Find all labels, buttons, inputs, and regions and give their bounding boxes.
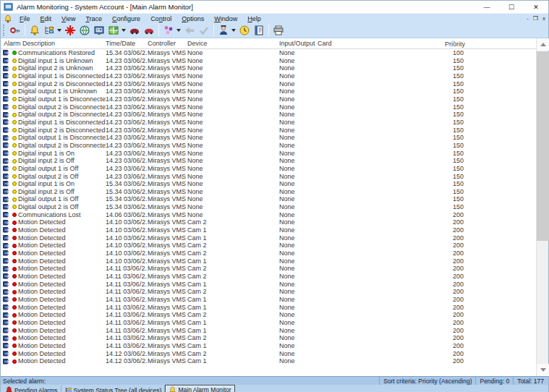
alarm-row[interactable]: Motion Detected14.12 03/06/2..Mirasys VM… — [1, 357, 536, 365]
time-date-cell: 14.23 03/06/2.. — [106, 157, 148, 165]
chevron-down-icon[interactable] — [122, 29, 126, 32]
view-tab-bar: Pending AlarmsSystem Status Tree (all de… — [1, 385, 548, 392]
menu-options[interactable]: Options — [176, 15, 209, 22]
menu-configure[interactable]: Configure — [107, 15, 145, 22]
alarm-row[interactable]: Motion Detected14.11 03/06/2..Mirasys VM… — [1, 311, 536, 319]
vertical-scrollbar[interactable] — [536, 38, 548, 376]
alarm-row[interactable]: Digital output 2 is Disconnected14.23 03… — [1, 103, 536, 111]
alarm-row[interactable]: Motion Detected14.11 03/06/2..Mirasys VM… — [1, 296, 536, 304]
controller-cell: Mirasys VMS — [148, 72, 187, 80]
alarm-row[interactable]: Motion Detected14.11 03/06/2..Mirasys VM… — [1, 304, 536, 312]
alarm-row[interactable]: Digital output 1 is Unknown14.23 03/06/2… — [1, 88, 536, 95]
alarm-row[interactable]: Digital output 2 is Off15.34 03/06/2..Mi… — [1, 203, 536, 211]
alarm-row[interactable]: Motion Detected14.10 03/06/2..Mirasys VM… — [1, 242, 536, 250]
chevron-down-icon[interactable] — [176, 29, 181, 32]
alarm-row[interactable]: Digital input 2 is Unknown14.23 03/06/2.… — [1, 64, 536, 72]
column-header-priority[interactable]: ^ Priority — [435, 38, 465, 48]
alarm-row[interactable]: Digital output 1 is Disconnected14.23 03… — [1, 95, 536, 103]
chevron-down-icon[interactable] — [231, 29, 236, 32]
column-header-time-date[interactable]: Time/Date — [106, 38, 148, 48]
alarm-row[interactable]: Communications Restored15.34 03/06/2..Mi… — [1, 49, 536, 57]
alarm-row[interactable]: Motion Detected14.10 03/06/2..Mirasys VM… — [1, 234, 536, 242]
alarm-row[interactable]: Digital input 1 is Unknown14.23 03/06/2.… — [1, 57, 536, 65]
replay-car-button[interactable] — [142, 24, 156, 37]
menu-file[interactable]: File — [14, 15, 35, 22]
alarm-row[interactable]: Motion Detected14.11 03/06/2..Mirasys VM… — [1, 319, 536, 327]
alarm-row[interactable]: Motion Detected14.10 03/06/2..Mirasys VM… — [1, 257, 536, 265]
alarm-row[interactable]: Digital input 2 is Off15.34 03/06/2..Mir… — [1, 188, 536, 196]
controller-cell: Mirasys VMS — [148, 64, 187, 72]
alarm-row[interactable]: Digital output 2 is Off14.23 03/06/2..Mi… — [1, 173, 536, 181]
column-header-device[interactable]: Device — [187, 38, 279, 48]
menu-help[interactable]: Help — [242, 15, 266, 22]
minimize-icon[interactable]: — — [474, 1, 499, 13]
menu-edit[interactable]: Edit — [35, 15, 57, 22]
alarm-row[interactable]: Digital output 1 is Off15.34 03/06/2..Mi… — [1, 195, 536, 203]
trace-car-button[interactable] — [127, 24, 142, 37]
tab-system-status-tree-all-devices-[interactable]: System Status Tree (all devices) — [61, 385, 166, 392]
new-alarm-icon — [3, 227, 10, 233]
scrollbar-thumb[interactable] — [537, 51, 549, 241]
alarm-row[interactable]: Digital output 1 is Disconnected14.23 03… — [1, 134, 536, 142]
alarm-row[interactable]: Digital input 2 is Disconnected14.23 03/… — [1, 127, 536, 135]
device-tree-button[interactable] — [42, 24, 63, 37]
key-button[interactable] — [8, 24, 22, 37]
status-dots-button[interactable] — [161, 24, 182, 37]
alarm-row[interactable]: Motion Detected14.12 03/06/2..Mirasys VM… — [1, 350, 536, 358]
time-date-cell: 14.10 03/06/2.. — [106, 226, 148, 234]
alarm-row[interactable]: Motion Detected14.10 03/06/2..Mirasys VM… — [1, 250, 536, 257]
report-button[interactable] — [252, 24, 266, 37]
alarm-row[interactable]: Digital input 1 is On14.23 03/06/2..Mira… — [1, 150, 536, 158]
alarm-row[interactable]: Digital output 1 is Off14.23 03/06/2..Mi… — [1, 165, 536, 173]
column-header-input-output[interactable]: Input/Output — [279, 38, 318, 48]
time-date-cell: 14.23 03/06/2.. — [106, 88, 148, 95]
alarm-row[interactable]: Digital input 2 is Disconnected14.23 03/… — [1, 80, 536, 88]
video-monitor-button[interactable] — [92, 24, 106, 37]
column-header-card[interactable]: Card — [318, 38, 435, 48]
clock-button[interactable] — [237, 24, 252, 37]
printer-button[interactable] — [271, 24, 286, 37]
alarm-row[interactable]: Digital input 2 is Off14.23 03/06/2..Mir… — [1, 157, 536, 165]
maximize-icon[interactable]: ☐ — [499, 1, 524, 13]
alarm-row-lead — [1, 111, 18, 119]
alarm-row[interactable]: Communications Lost14.06 03/06/2..Mirasy… — [1, 211, 536, 219]
alarm-burst-button[interactable] — [63, 24, 77, 37]
alarm-row[interactable]: Motion Detected14.11 03/06/2..Mirasys VM… — [1, 327, 536, 335]
alarm-description-cell: Motion Detected — [18, 350, 106, 358]
tab-main-alarm-monitor[interactable]: Main Alarm Monitor — [165, 385, 234, 392]
alarm-row[interactable]: Digital output 2 is Disconnected14.23 03… — [1, 111, 536, 119]
alarm-row[interactable]: Digital input 1 is Disconnected14.23 03/… — [1, 119, 536, 127]
alarm-row[interactable]: Digital output 2 is Disconnected14.23 03… — [1, 142, 536, 150]
alarm-row-lead — [1, 119, 18, 127]
menu-trace[interactable]: Trace — [80, 15, 107, 22]
chevron-down-icon[interactable] — [57, 29, 61, 32]
mdi-close-icon[interactable]: x — [542, 14, 545, 23]
alarm-row[interactable]: Digital input 1 is On15.34 03/06/2..Mira… — [1, 180, 536, 188]
card-cell — [318, 226, 435, 234]
column-header-controller[interactable]: Controller — [148, 38, 187, 48]
menu-window[interactable]: Window — [209, 15, 242, 22]
alarm-row[interactable]: Motion Detected14.11 03/06/2..Mirasys VM… — [1, 288, 536, 296]
alarm-row[interactable]: Motion Detected14.11 03/06/2..Mirasys VM… — [1, 281, 536, 289]
world-clock-button[interactable] — [77, 24, 92, 37]
mdi-minimize-icon[interactable]: - — [527, 14, 529, 23]
toolbar-drag-handle[interactable] — [3, 25, 6, 36]
alarm-row[interactable]: Motion Detected14.10 03/06/2..Mirasys VM… — [1, 226, 536, 234]
tab-pending-alarms[interactable]: Pending Alarms — [2, 385, 61, 392]
scroll-up-icon[interactable] — [537, 38, 549, 51]
alarm-bell-button[interactable] — [27, 24, 42, 37]
alarm-row[interactable]: Motion Detected14.11 03/06/2..Mirasys VM… — [1, 273, 536, 281]
alarm-row[interactable]: Motion Detected14.10 03/06/2..Mirasys VM… — [1, 218, 536, 226]
alarm-row[interactable]: Digital input 1 is Disconnected14.23 03/… — [1, 72, 536, 80]
alarm-row[interactable]: Motion Detected14.11 03/06/2..Mirasys VM… — [1, 265, 536, 273]
scroll-down-icon[interactable] — [537, 364, 549, 376]
guard-button[interactable] — [216, 24, 237, 37]
map-button[interactable] — [106, 24, 127, 37]
column-header-alarm-description[interactable]: Alarm Description — [1, 38, 106, 48]
close-icon[interactable]: ✕ — [524, 1, 548, 13]
mdi-restore-icon[interactable]: ❒ — [533, 14, 538, 23]
menu-view[interactable]: View — [56, 15, 80, 22]
alarm-row[interactable]: Motion Detected14.11 03/06/2..Mirasys VM… — [1, 342, 536, 350]
alarm-row[interactable]: Motion Detected14.11 03/06/2..Mirasys VM… — [1, 334, 536, 342]
menu-control[interactable]: Control — [145, 15, 176, 22]
